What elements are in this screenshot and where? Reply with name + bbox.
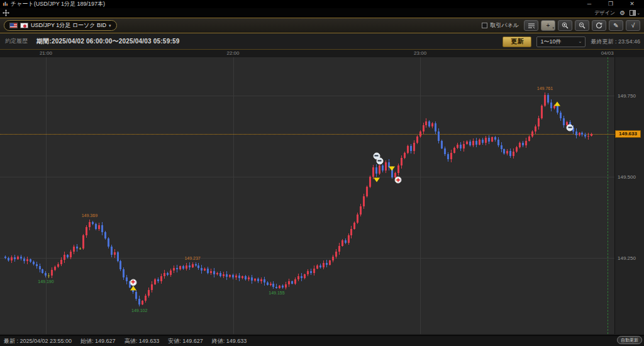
candle-body [251,277,253,281]
candle-body [89,222,91,228]
candle-body [313,269,315,273]
candle-body [288,281,290,284]
candle-body [497,140,499,145]
candle-body [111,247,113,255]
chart-window: チャート(USD/JPY 1分足 189/197本) ─ ❐ ✕ デザイン ⚙ … [0,0,644,346]
candle-body [232,275,234,277]
range-caret-icon: ⌄ [579,39,582,44]
close-button[interactable]: ✕ [621,0,643,8]
candle-body [154,279,156,284]
candle-body [64,255,65,260]
candle-body [329,260,331,264]
cross-icon: ✚ [131,280,135,285]
candle-body [419,131,421,137]
candle-body [447,154,449,159]
candle-body [528,137,530,141]
candle-body [42,269,43,272]
candle-body [581,133,583,135]
candle-body [145,296,147,301]
candle-body [316,265,318,269]
price-tick-label: 149.500 [618,174,636,180]
last-update-label: 最終更新 : 23:54:46 [591,38,640,46]
candle-body [123,269,125,277]
candle-body [506,151,508,153]
candle-body [104,232,106,238]
candle-body [385,162,387,170]
candle-body [345,240,347,243]
candle-body [67,255,69,257]
candle-body [238,276,240,278]
crosshair-button[interactable]: + ▾ [541,20,555,31]
candle-body [260,279,262,281]
bar-list-button[interactable] [524,20,538,31]
maximize-button[interactable]: ❐ [600,0,621,8]
candle-body [101,225,103,232]
auto-update-button[interactable]: 自動更新 [617,336,642,344]
candle-body [472,141,474,145]
candle-body [382,165,384,170]
candle-body [341,240,343,246]
candle-body [179,266,181,269]
range-select[interactable]: 1〜10件 ⌄ [536,36,586,47]
grid-line-vertical [420,57,421,334]
candle-body [509,151,511,156]
candle-body [563,118,565,125]
candle-body [323,263,325,267]
symbol-selector[interactable]: USD/JPY 1分足 ローソク BID ▾ [4,20,117,31]
candle-body [26,259,28,261]
candle-body [135,292,137,298]
candle-body [264,279,265,282]
layout-button[interactable]: ⌄ [630,10,640,16]
candle-body [82,235,84,248]
design-label[interactable]: デザイン [594,9,615,16]
candle-body [151,284,153,290]
candle-body [248,277,250,279]
candle-body [17,257,19,259]
candle-body [160,276,162,282]
indicator-button[interactable]: √ [626,20,640,31]
candle-body [444,148,446,154]
candle-body [410,146,412,151]
sell-arrow-marker [374,178,380,182]
candle-body [431,123,433,126]
price-axis[interactable]: 149.750149.500149.250149.633 [614,57,644,334]
time-tick-label: 23:00 [414,50,426,56]
update-button[interactable]: 更新 [502,36,531,47]
candle-body [485,138,487,143]
trade-minus-marker [567,124,574,131]
gear-icon[interactable]: ⚙ [619,10,625,16]
move-icon[interactable] [3,9,9,16]
candle-body [142,301,143,304]
zoom-out-button[interactable] [575,20,589,31]
status-high: 高値: 149.633 [125,337,160,345]
time-axis: 21:0022:0023:0004/03 [0,50,644,57]
candle-body [57,264,59,267]
draw-button[interactable]: ✎ [609,20,623,31]
refresh-button[interactable] [592,20,606,31]
zoom-in-button[interactable] [558,20,572,31]
symbol-label: USD/JPY 1分足 ローソク BID [31,21,106,30]
candle-body [453,148,455,153]
candle-body [51,270,53,275]
candle-body [117,252,119,261]
candle-body [108,238,109,247]
price-tick-label: 149.250 [618,255,636,261]
candle-body [413,143,415,151]
menu-row: デザイン ⚙ ⌄ [0,8,644,18]
grid-line-horizontal [0,96,614,96]
minimize-button[interactable]: ─ [579,0,600,8]
candle-body [525,141,527,145]
candle-body [4,257,6,259]
candle-body [304,274,306,278]
candle-body [475,141,477,145]
candle-body [301,276,303,279]
time-tick-label: 22:00 [226,50,239,56]
plot-area[interactable]: 149.190149.369149.102149.237149.155149.7… [0,57,614,334]
trade-panel-checkbox[interactable] [482,23,487,28]
candle-body [326,263,328,265]
candle-body [450,153,452,159]
plus-caret-icon: ▾ [552,26,554,30]
candle-body [469,142,471,145]
minus-icon [568,127,572,128]
candle-body [254,279,256,281]
